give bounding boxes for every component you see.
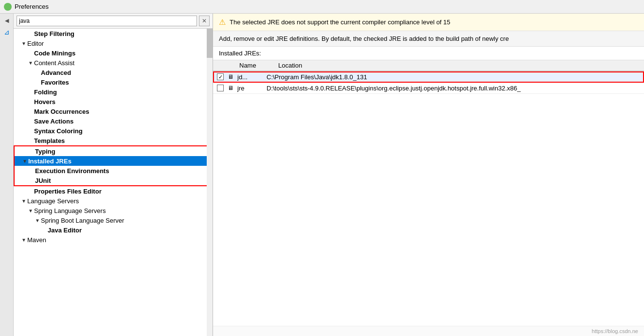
tree-label-advanced: Advanced <box>41 69 71 76</box>
tree-label-editor: Editor <box>27 40 44 47</box>
back-icon[interactable]: ◀ <box>2 16 12 25</box>
left-panel: ✕ Step Filtering▼EditorCode Minings▼Cont… <box>14 14 213 336</box>
tree-label-java-editor: Java Editor <box>48 227 82 234</box>
tree-item-folding[interactable]: Folding <box>14 87 213 97</box>
tree-label-typing: Typing <box>35 148 55 155</box>
tree-container: Step Filtering▼EditorCode Minings▼Conten… <box>14 29 213 245</box>
jre-table: Name Location ✓ 🖥 jd... C:\Program Files… <box>213 60 644 326</box>
tree-item-junit[interactable]: JUnit <box>15 176 212 185</box>
tree-item-save-actions[interactable]: Save Actions <box>14 116 213 126</box>
tree-item-installed-jres[interactable]: ▼Installed JREs <box>15 156 212 166</box>
filter-icon[interactable]: ⊿ <box>2 27 12 37</box>
main-content: ◀ ⊿ ✕ Step Filtering▼EditorCode Minings▼… <box>0 14 644 336</box>
jre-header-icon-space <box>229 62 239 69</box>
tree-arrow[interactable]: ▼ <box>27 60 34 66</box>
tree-label-spring-boot-language-server: Spring Boot Language Server <box>41 217 124 224</box>
tree-item-content-assist[interactable]: ▼Content Assist <box>14 58 213 68</box>
tree-item-favorites[interactable]: Favorites <box>14 77 213 87</box>
tree-label-code-minings: Code Minings <box>34 50 75 57</box>
tree-arrow[interactable]: ▼ <box>20 41 27 46</box>
search-bar: ✕ <box>14 14 213 29</box>
tree-label-templates: Templates <box>34 137 65 144</box>
right-panel: ⚠ The selected JRE does not support the … <box>213 14 644 336</box>
tree-item-maven[interactable]: ▼Maven <box>14 235 213 245</box>
tree-area: Step Filtering▼EditorCode Minings▼Conten… <box>14 29 213 336</box>
tree-label-mark-occurrences: Mark Occurrences <box>34 108 89 115</box>
tree-arrow[interactable]: ▼ <box>34 218 41 223</box>
tree-arrow[interactable]: ▼ <box>21 159 28 164</box>
jre-name-jre: jre <box>237 85 267 92</box>
jre-name-jdk: jd... <box>237 73 267 81</box>
tree-item-typing[interactable]: Typing <box>15 146 212 156</box>
tree-item-java-editor[interactable]: Java Editor <box>14 225 213 235</box>
warning-icon: ⚠ <box>219 18 226 27</box>
tree-item-mark-occurrences[interactable]: Mark Occurrences <box>14 106 213 116</box>
installed-jres-label: Installed JREs: <box>213 47 644 60</box>
tree-item-editor[interactable]: ▼Editor <box>14 38 213 48</box>
scrollbar-track[interactable] <box>207 29 213 336</box>
window-icon <box>4 3 12 11</box>
tree-item-spring-boot-language-server[interactable]: ▼Spring Boot Language Server <box>14 215 213 225</box>
tree-label-maven: Maven <box>27 236 46 244</box>
jre-checkbox-jdk[interactable]: ✓ <box>217 73 224 80</box>
tree-label-junit: JUnit <box>35 177 51 184</box>
tree-label-installed-jres: Installed JREs <box>28 158 72 165</box>
warning-bar: ⚠ The selected JRE does not support the … <box>213 14 644 31</box>
tree-item-execution-environments[interactable]: Execution Environments <box>15 166 212 176</box>
tree-label-execution-environments: Execution Environments <box>35 167 109 175</box>
scrollbar-thumb[interactable] <box>207 29 213 58</box>
tree-label-content-assist: Content Assist <box>34 59 74 67</box>
tree-item-spring-language-servers[interactable]: ▼Spring Language Servers <box>14 206 213 215</box>
jre-checkbox-jre[interactable] <box>217 85 224 91</box>
jre-location-jdk: C:\Program Files\Java\jdk1.8.0_131 <box>267 73 640 81</box>
jre-header-check <box>217 62 229 69</box>
tree-label-properties-files-editor: Properties Files Editor <box>34 188 102 195</box>
sidebar-strip: ◀ ⊿ <box>0 14 14 336</box>
tree-item-language-servers[interactable]: ▼Language Servers <box>14 196 213 206</box>
jre-table-header: Name Location <box>213 60 644 71</box>
jre-col-name-header[interactable]: Name <box>239 62 278 69</box>
watermark-text: https://blog.csdn.ne <box>592 328 638 334</box>
tree-label-language-servers: Language Servers <box>27 197 79 205</box>
tree-item-templates[interactable]: Templates <box>14 136 213 145</box>
jre-col-location-header[interactable]: Location <box>278 62 640 69</box>
tree-arrow[interactable]: ▼ <box>27 208 34 213</box>
tree-label-folding: Folding <box>34 88 57 96</box>
tree-label-favorites: Favorites <box>41 79 69 86</box>
search-clear-button[interactable]: ✕ <box>199 16 210 26</box>
tree-item-syntax-coloring[interactable]: Syntax Coloring <box>14 126 213 136</box>
tree-arrow[interactable]: ▼ <box>20 198 27 204</box>
red-outline-group: Typing▼Installed JREsExecution Environme… <box>14 145 213 186</box>
titlebar: Preferences <box>0 0 644 14</box>
preferences-window: Preferences ◀ ⊿ ✕ Step Filtering▼EditorC… <box>0 0 644 336</box>
watermark: https://blog.csdn.ne <box>213 326 644 336</box>
tree-item-step-filtering[interactable]: Step Filtering <box>14 29 213 38</box>
tree-label-step-filtering: Step Filtering <box>34 30 74 37</box>
jre-icon-jdk: 🖥 <box>226 73 235 81</box>
tree-arrow[interactable]: ▼ <box>20 237 27 243</box>
tree-item-hovers[interactable]: Hovers <box>14 97 213 106</box>
tree-item-advanced[interactable]: Advanced <box>14 68 213 77</box>
jre-row-jre[interactable]: 🖥 jre D:\tools\sts\sts-4.9.0.RELEASE\plu… <box>213 83 644 94</box>
warning-text: The selected JRE does not support the cu… <box>230 18 450 26</box>
description-bar: Add, remove or edit JRE definitions. By … <box>213 31 644 47</box>
search-input[interactable] <box>17 16 197 26</box>
tree-item-code-minings[interactable]: Code Minings <box>14 48 213 58</box>
window-title: Preferences <box>15 3 49 10</box>
tree-label-hovers: Hovers <box>34 98 55 106</box>
jre-location-jre: D:\tools\sts\sts-4.9.0.RELEASE\plugins\o… <box>267 85 640 92</box>
tree-label-save-actions: Save Actions <box>34 118 73 125</box>
tree-label-syntax-coloring: Syntax Coloring <box>34 127 83 135</box>
jre-row-jdk[interactable]: ✓ 🖥 jd... C:\Program Files\Java\jdk1.8.0… <box>213 71 644 83</box>
tree-label-spring-language-servers: Spring Language Servers <box>34 207 106 214</box>
tree-item-properties-files-editor[interactable]: Properties Files Editor <box>14 186 213 196</box>
jre-icon-jre: 🖥 <box>226 84 235 92</box>
